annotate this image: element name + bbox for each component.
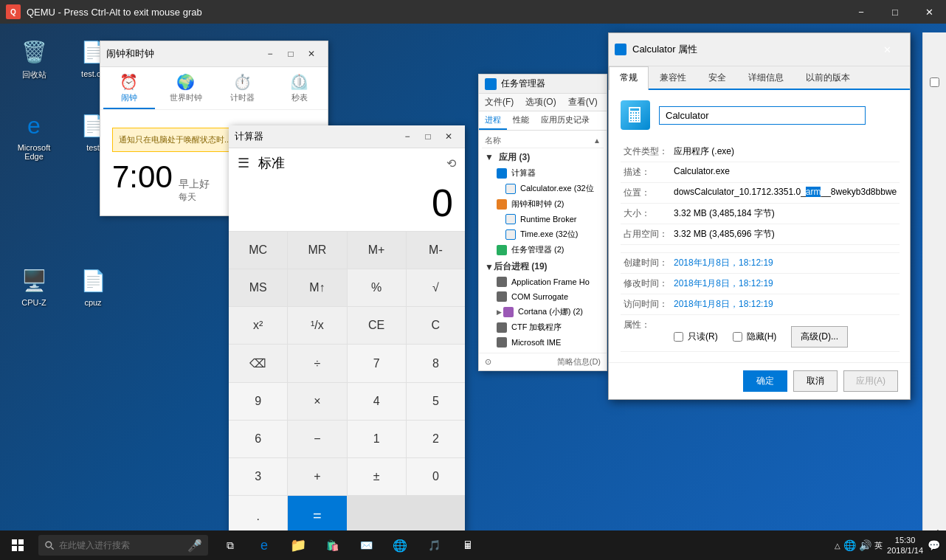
list-item[interactable]: 闹钟和时钟 (2) — [482, 196, 604, 212]
btn-plusminus[interactable]: ± — [348, 458, 406, 495]
btn-0[interactable]: 0 — [407, 458, 465, 495]
calculator-minimize-button[interactable]: − — [397, 128, 418, 145]
btn-divide[interactable]: ÷ — [288, 345, 346, 382]
tab-alarm[interactable]: ⏰ 闹钟 — [103, 73, 155, 109]
taskbar-groove-icon[interactable]: 🎵 — [418, 530, 450, 560]
tab-world-clock[interactable]: 🌍 世界时钟 — [160, 73, 212, 109]
readonly-attr[interactable]: 只读(R) — [674, 331, 718, 343]
list-item[interactable]: Runtime Broker — [482, 212, 604, 227]
hidden-attr[interactable]: 隐藏(H) — [733, 331, 777, 343]
list-item[interactable]: 计算器 — [482, 165, 604, 181]
taskview-button[interactable]: ⧉ — [214, 530, 246, 560]
tray-volume[interactable]: 🔊 — [859, 539, 871, 551]
calculator-close-button[interactable]: ✕ — [438, 128, 459, 145]
readonly-checkbox[interactable] — [674, 332, 683, 342]
btn-2[interactable]: 2 — [407, 421, 465, 457]
alarm-minimize-button[interactable]: − — [260, 46, 280, 62]
taskmanager-menu-options[interactable]: 选项(O) — [519, 94, 562, 111]
taskbar-store-icon[interactable]: 🛍️ — [316, 530, 348, 560]
tab-app-history[interactable]: 应用历史记录 — [535, 111, 595, 130]
side-checkbox[interactable] — [930, 77, 939, 87]
tab-timer[interactable]: ⏱️ 计时器 — [217, 73, 269, 109]
desktop-icon-cpuz[interactable]: 🖥️ CPU-Z — [7, 266, 61, 307]
properties-close-button[interactable]: ✕ — [870, 38, 904, 61]
btn-ce[interactable]: CE — [348, 307, 406, 344]
btn-5[interactable]: 5 — [407, 383, 465, 420]
btn-mplus[interactable]: M+ — [348, 232, 406, 269]
btn-7[interactable]: 7 — [348, 345, 406, 382]
advanced-button[interactable]: 高级(D)... — [791, 326, 848, 348]
tab-performance[interactable]: 性能 — [507, 111, 535, 130]
apps-section-header[interactable]: ▼ 应用 (3) — [482, 148, 604, 165]
hidden-checkbox[interactable] — [733, 332, 742, 342]
cancel-button[interactable]: 取消 — [793, 370, 838, 392]
btn-minus[interactable]: − — [288, 421, 346, 457]
props-filename-input[interactable] — [659, 106, 866, 125]
btn-backspace[interactable]: ⌫ — [229, 345, 287, 382]
btn-c[interactable]: C — [407, 307, 465, 344]
ok-button[interactable]: 确定 — [743, 370, 787, 392]
taskmanager-menu-view[interactable]: 查看(V) — [562, 94, 604, 111]
taskbar-edge-icon[interactable]: e — [248, 530, 280, 560]
calculator-history-icon[interactable]: ⟲ — [446, 156, 456, 170]
btn-8[interactable]: 8 — [407, 345, 465, 382]
list-item[interactable]: Application Frame Ho — [482, 274, 604, 289]
btn-9[interactable]: 9 — [229, 383, 287, 420]
tab-details[interactable]: 详细信息 — [737, 66, 795, 89]
notification-area[interactable]: 💬 — [928, 539, 940, 551]
list-item[interactable]: 任务管理器 (2) — [482, 242, 604, 257]
collapse-all-icon[interactable]: ▲ — [593, 136, 601, 145]
tray-language[interactable]: 英 — [874, 540, 883, 551]
tray-network[interactable]: 🌐 — [843, 539, 856, 551]
taskbar-mail-icon[interactable]: ✉️ — [350, 530, 382, 560]
alarm-close-button[interactable]: ✕ — [301, 46, 322, 62]
btn-square[interactable]: x² — [229, 307, 287, 344]
btn-multiply[interactable]: × — [288, 383, 346, 420]
desktop-icon-cpuz2[interactable]: 📄 cpuz — [66, 266, 120, 307]
desktop-icon-edge[interactable]: e Microsoft Edge — [7, 111, 61, 161]
btn-mminus[interactable]: M- — [407, 232, 465, 269]
search-input[interactable] — [59, 540, 187, 550]
taskmanager-menu-file[interactable]: 文件(F) — [479, 94, 519, 111]
list-item[interactable]: ▶ Cortana (小娜) (2) — [482, 304, 604, 319]
btn-3[interactable]: 3 — [229, 458, 287, 495]
qemu-maximize-button[interactable]: □ — [878, 0, 912, 24]
tab-general[interactable]: 常规 — [609, 66, 649, 90]
taskmanager-summary[interactable]: ⊙ 简略信息(D) — [479, 353, 607, 370]
calculator-menu-icon[interactable]: ☰ — [238, 155, 249, 171]
apply-button[interactable]: 应用(A) — [843, 370, 898, 392]
tray-expand[interactable]: △ — [835, 542, 840, 550]
desktop-icon-recycle[interactable]: 🗑️ 回收站 — [7, 37, 61, 80]
btn-sqrt[interactable]: √ — [407, 269, 465, 306]
qemu-close-button[interactable]: ✕ — [912, 0, 946, 24]
taskbar-explorer-icon[interactable]: 📁 — [282, 530, 314, 560]
tab-compatibility[interactable]: 兼容性 — [649, 66, 697, 89]
start-button[interactable] — [0, 530, 35, 560]
tab-stopwatch[interactable]: ⏲️ 秒表 — [274, 73, 325, 109]
alarm-maximize-button[interactable]: □ — [280, 46, 301, 62]
list-item[interactable]: Microsoft IME — [482, 335, 604, 350]
tab-security[interactable]: 安全 — [697, 66, 737, 89]
btn-percent[interactable]: % — [348, 269, 406, 306]
btn-6[interactable]: 6 — [229, 421, 287, 457]
list-item[interactable]: Time.exe (32位) — [482, 227, 604, 242]
btn-plus[interactable]: + — [288, 458, 346, 495]
btn-1[interactable]: 1 — [348, 421, 406, 457]
list-item[interactable]: COM Surrogate — [482, 289, 604, 304]
taskbar-photo-icon[interactable]: 🌐 — [384, 530, 416, 560]
list-item[interactable]: Calculator.exe (32位 — [482, 181, 604, 196]
btn-mc[interactable]: MC — [229, 232, 287, 269]
taskbar-calculator-icon[interactable]: 🖩 — [452, 530, 484, 560]
bg-section-header[interactable]: ▼ 后台进程 (19) — [482, 257, 604, 274]
btn-4[interactable]: 4 — [348, 383, 406, 420]
search-bar[interactable]: 🎤 — [38, 535, 208, 556]
btn-mr[interactable]: MR — [288, 232, 346, 269]
btn-reciprocal[interactable]: ¹/x — [288, 307, 346, 344]
qemu-minimize-button[interactable]: − — [844, 0, 878, 24]
list-item[interactable]: CTF 加载程序 — [482, 319, 604, 335]
tab-processes[interactable]: 进程 — [479, 111, 507, 130]
tab-previous-versions[interactable]: 以前的版本 — [795, 66, 861, 89]
btn-ms[interactable]: MS — [229, 269, 287, 306]
btn-mup[interactable]: M↑ — [288, 269, 346, 306]
calculator-maximize-button[interactable]: □ — [418, 128, 438, 145]
